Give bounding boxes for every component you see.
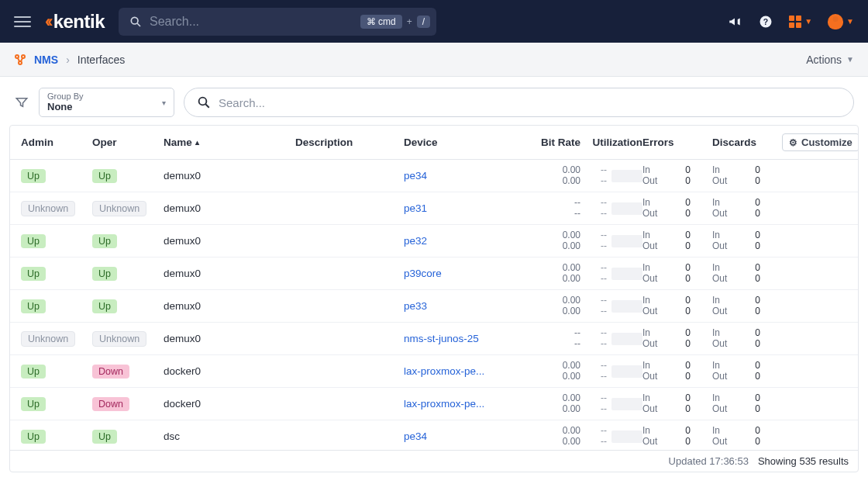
breadcrumb-root[interactable]: NMS: [34, 54, 58, 66]
interface-name: docker0: [164, 365, 295, 377]
table-row[interactable]: UnknownUnknowndemux0nms-st-junos-25-----…: [10, 323, 858, 355]
utilization-cell: ----: [580, 263, 642, 283]
interface-name: demux0: [164, 202, 295, 214]
col-oper[interactable]: Oper: [92, 137, 164, 148]
table-body[interactable]: UpUpdemux0pe340.000.00----In0Out0In0Out0…: [10, 160, 858, 450]
interface-name: demux0: [164, 300, 295, 312]
col-description[interactable]: Description: [295, 137, 404, 148]
brand-logo[interactable]: ‹‹ kentik: [45, 11, 105, 33]
gear-icon: ⚙: [789, 137, 797, 148]
caret-down-icon: ▼: [846, 17, 854, 26]
table-row[interactable]: UpDowndocker0lax-proxmox-pe...0.000.00--…: [10, 388, 858, 420]
breadcrumb-bar: NMS › Interfaces Actions ▼: [0, 43, 868, 77]
svg-text:?: ?: [763, 16, 768, 26]
col-name[interactable]: Name ▴: [164, 137, 295, 148]
table-search[interactable]: [184, 88, 854, 117]
bitrate-cell: 0.000.00: [511, 165, 580, 187]
megaphone-icon[interactable]: [727, 14, 742, 29]
table-row[interactable]: UnknownUnknowndemux0pe31--------In0Out0I…: [10, 192, 858, 225]
updated-text: Updated 17:36:53: [669, 455, 749, 467]
col-device[interactable]: Device: [404, 137, 511, 148]
admin-badge: Up: [21, 267, 46, 281]
user-menu[interactable]: ▼: [828, 14, 854, 29]
apps-menu[interactable]: ▼: [789, 16, 812, 28]
col-bitrate[interactable]: Bit Rate: [511, 137, 580, 148]
sort-asc-icon: ▴: [195, 138, 199, 147]
interfaces-table: Admin Oper Name ▴ Description Device Bit…: [9, 125, 859, 472]
oper-badge: Down: [92, 397, 129, 411]
caret-down-icon: ▼: [804, 17, 812, 26]
device-link[interactable]: pe34: [404, 430, 511, 442]
table-row[interactable]: UpUpdemux0p39core0.000.00----In0Out0In0O…: [10, 258, 858, 290]
oper-badge: Up: [92, 267, 117, 281]
kbd-hint: ⌘ cmd + /: [360, 15, 430, 29]
oper-badge: Down: [92, 365, 129, 379]
table-row[interactable]: UpDowndocker0lax-proxmox-pe...0.000.00--…: [10, 355, 858, 388]
admin-badge: Up: [21, 365, 46, 379]
discards-cell: In0Out0: [712, 198, 782, 220]
table-row[interactable]: UpUpdscpe340.000.00----In0Out0In0Out0: [10, 420, 858, 450]
utilization-bar-icon: [611, 235, 642, 247]
search-icon: [197, 95, 211, 109]
col-utilization[interactable]: Utilization: [580, 137, 642, 148]
device-link[interactable]: lax-proxmox-pe...: [404, 365, 511, 377]
admin-badge: Up: [21, 430, 46, 444]
global-search[interactable]: ⌘ cmd + /: [119, 8, 436, 36]
interface-name: demux0: [164, 268, 295, 279]
filter-bar: Group By None ▾: [0, 77, 868, 125]
actions-label: Actions: [806, 54, 842, 66]
groupby-value: None: [47, 101, 166, 112]
device-link[interactable]: lax-proxmox-pe...: [404, 398, 511, 410]
svg-line-1: [137, 23, 140, 26]
table-header: Admin Oper Name ▴ Description Device Bit…: [10, 126, 858, 160]
col-discards[interactable]: Discards: [712, 137, 782, 148]
utilization-bar-icon: [611, 365, 642, 378]
groupby-select[interactable]: Group By None ▾: [39, 88, 174, 117]
hamburger-menu-icon[interactable]: [14, 13, 31, 30]
col-admin[interactable]: Admin: [21, 137, 92, 148]
interface-name: demux0: [164, 170, 295, 182]
actions-menu[interactable]: Actions ▼: [806, 54, 854, 66]
device-link[interactable]: pe34: [404, 170, 511, 182]
top-nav: ‹‹ kentik ⌘ cmd + / ? ▼ ▼: [0, 0, 868, 43]
utilization-bar-icon: [611, 398, 642, 410]
admin-badge: Up: [21, 169, 46, 183]
utilization-bar-icon: [611, 170, 642, 182]
col-name-label: Name: [164, 137, 192, 148]
global-search-input[interactable]: [150, 15, 360, 29]
table-row[interactable]: UpUpdemux0pe330.000.00----In0Out0In0Out0: [10, 290, 858, 323]
device-link[interactable]: pe32: [404, 235, 511, 247]
oper-badge: Up: [92, 299, 117, 313]
search-icon: [129, 16, 142, 28]
device-link[interactable]: p39core: [404, 268, 511, 279]
table-search-input[interactable]: [219, 96, 841, 109]
utilization-cell: ----: [580, 230, 642, 251]
errors-cell: In0Out0: [642, 393, 712, 415]
help-icon[interactable]: ?: [758, 14, 773, 29]
table-row[interactable]: UpUpdemux0pe340.000.00----In0Out0In0Out0: [10, 160, 858, 192]
interface-name: dsc: [164, 430, 295, 442]
device-link[interactable]: pe33: [404, 300, 511, 312]
errors-cell: In0Out0: [642, 230, 712, 252]
customize-button[interactable]: ⚙ Customize: [782, 133, 859, 151]
admin-badge: Up: [21, 234, 46, 248]
bitrate-cell: 0.000.00: [511, 426, 580, 448]
device-link[interactable]: nms-st-junos-25: [404, 333, 511, 344]
oper-badge: Up: [92, 430, 117, 444]
admin-badge: Up: [21, 397, 46, 411]
oper-badge: Up: [92, 169, 117, 183]
discards-cell: In0Out0: [712, 328, 782, 350]
breadcrumb-current: Interfaces: [78, 54, 125, 66]
col-errors[interactable]: Errors: [642, 137, 712, 148]
utilization-bar-icon: [611, 268, 642, 280]
utilization-cell: ----: [580, 426, 642, 446]
utilization-cell: ----: [580, 393, 642, 413]
device-link[interactable]: pe31: [404, 202, 511, 214]
errors-cell: In0Out0: [642, 361, 712, 382]
table-row[interactable]: UpUpdemux0pe320.000.00----In0Out0In0Out0: [10, 225, 858, 258]
utilization-cell: ----: [580, 296, 642, 316]
svg-point-7: [199, 98, 207, 105]
filter-icon[interactable]: [14, 95, 29, 110]
utilization-bar-icon: [611, 430, 642, 443]
discards-cell: In0Out0: [712, 361, 782, 382]
